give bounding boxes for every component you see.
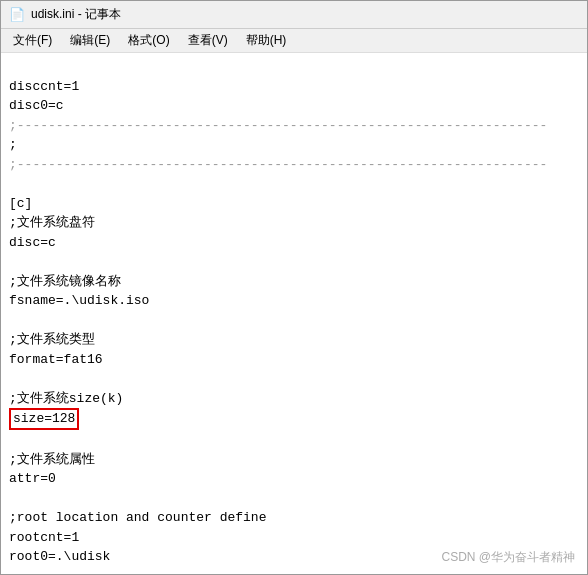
menu-format[interactable]: 格式(O) [120,30,177,51]
line-17: ;文件系统size(k) [9,391,123,406]
line-8: ;文件系统盘符 [9,215,95,230]
text-editor-area[interactable]: disccnt=1 disc0=c ;---------------------… [1,53,587,574]
line-12: fsname=.\udisk.iso [9,293,149,308]
window-title: udisk.ini - 记事本 [31,6,121,23]
line-18-highlighted: size=128 [9,411,79,426]
menu-view[interactable]: 查看(V) [180,30,236,51]
line-3: ;---------------------------------------… [9,118,547,133]
line-5: ;---------------------------------------… [9,157,547,172]
menu-help[interactable]: 帮助(H) [238,30,295,51]
line-1: disccnt=1 [9,79,79,94]
line-24: rootcnt=1 [9,530,79,545]
notepad-window: 📄 udisk.ini - 记事本 文件(F) 编辑(E) 格式(O) 查看(V… [0,0,588,575]
line-9: disc=c [9,235,56,250]
line-25: root0=.\udisk [9,549,110,564]
text-content: disccnt=1 disc0=c ;---------------------… [9,57,579,574]
window-icon: 📄 [9,7,25,23]
line-14: ;文件系统类型 [9,332,95,347]
size-highlight: size=128 [9,408,79,430]
menu-edit[interactable]: 编辑(E) [62,30,118,51]
menu-file[interactable]: 文件(F) [5,30,60,51]
watermark: CSDN @华为奋斗者精神 [441,549,575,566]
line-7: [c] [9,196,32,211]
title-bar: 📄 udisk.ini - 记事本 [1,1,587,29]
line-23: ;root location and counter define [9,510,266,525]
line-15: format=fat16 [9,352,103,367]
line-2: disc0=c [9,98,64,113]
menu-bar: 文件(F) 编辑(E) 格式(O) 查看(V) 帮助(H) [1,29,587,53]
line-21: attr=0 [9,471,56,486]
line-20: ;文件系统属性 [9,452,95,467]
line-4: ; [9,137,17,152]
line-11: ;文件系统镜像名称 [9,274,121,289]
